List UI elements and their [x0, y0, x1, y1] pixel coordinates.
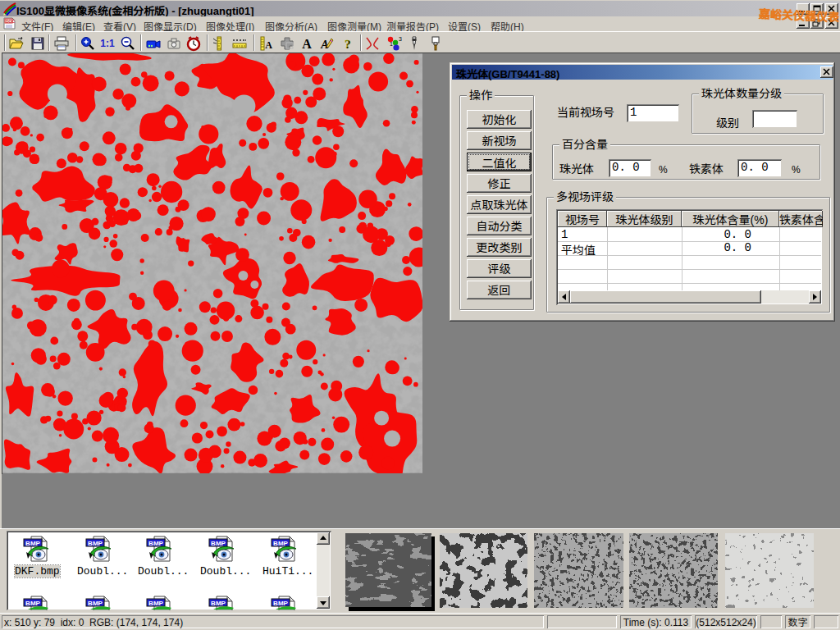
- svg-text:A: A: [302, 37, 312, 51]
- svg-text:BMP: BMP: [25, 600, 40, 607]
- svg-text:BMP: BMP: [148, 540, 163, 547]
- svg-text:3: 3: [399, 36, 402, 42]
- svg-text:BMP: BMP: [273, 600, 288, 607]
- svg-text:?: ?: [345, 38, 351, 51]
- svg-text:DOC: DOC: [6, 19, 16, 24]
- svg-text:1: 1: [390, 41, 393, 47]
- svg-text:BMP: BMP: [211, 600, 226, 607]
- svg-text:BMP: BMP: [88, 600, 103, 607]
- svg-text:BMP: BMP: [25, 540, 40, 547]
- svg-text:1:1: 1:1: [100, 38, 115, 49]
- svg-text:BMP: BMP: [88, 540, 103, 547]
- svg-text:A: A: [265, 39, 272, 51]
- svg-text:BMP: BMP: [273, 540, 288, 547]
- svg-text:BMP: BMP: [211, 540, 226, 547]
- svg-text:BMP: BMP: [148, 600, 163, 607]
